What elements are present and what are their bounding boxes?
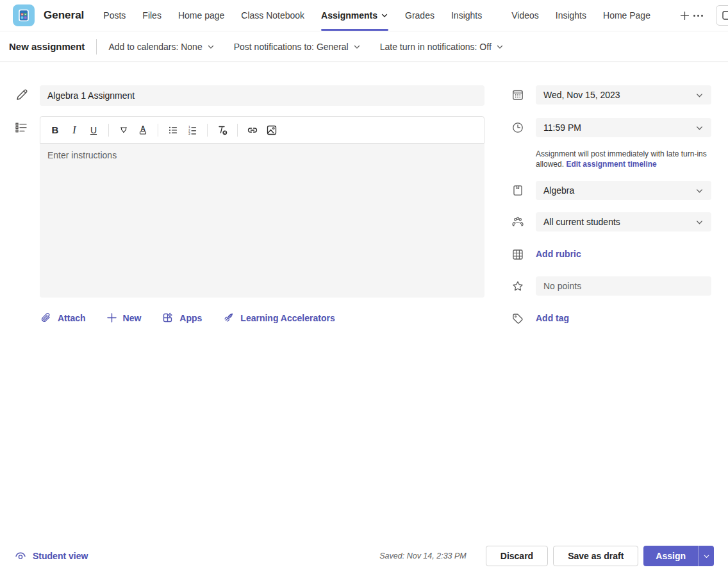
meet-now-button[interactable]	[716, 6, 728, 25]
bulleted-list-button[interactable]	[163, 121, 183, 140]
instructions-editor: B I U A	[40, 116, 484, 298]
saved-status: Saved: Nov 14, 2:33 PM	[379, 551, 467, 560]
edit-timeline-link[interactable]: Edit assignment timeline	[566, 160, 656, 169]
pencil-icon	[15, 88, 29, 102]
chevron-down-icon	[695, 91, 704, 99]
clear-formatting-icon	[216, 124, 229, 137]
learning-accelerators-button[interactable]: Learning Accelerators	[222, 312, 335, 324]
paperclip-icon	[40, 312, 52, 324]
assign-split-button: Assign	[643, 546, 714, 566]
chevron-down-icon	[695, 124, 704, 132]
assign-to-dropdown[interactable]: All current students	[536, 212, 711, 231]
attach-button[interactable]: Attach	[40, 312, 86, 324]
italic-button[interactable]: I	[65, 121, 84, 140]
tab-grades[interactable]: Grades	[405, 0, 434, 31]
assign-button[interactable]: Assign	[643, 546, 698, 566]
post-notifications-dropdown[interactable]: Post notifications to: General	[234, 42, 361, 52]
eye-icon	[14, 550, 27, 562]
bulleted-list-icon	[167, 124, 179, 136]
team-avatar[interactable]	[13, 4, 35, 26]
chevron-down-icon	[695, 187, 704, 195]
grid-icon	[511, 248, 524, 261]
due-date-icon	[511, 88, 524, 101]
numbered-list-button[interactable]: 1 2 3	[183, 121, 202, 140]
instructions-icon	[14, 121, 28, 135]
tab-posts[interactable]: Posts	[103, 0, 126, 31]
svg-text:A: A	[140, 124, 145, 131]
people-icon	[511, 215, 524, 229]
svg-text:3: 3	[188, 131, 190, 135]
divider	[108, 124, 109, 137]
rich-text-toolbar: B I U A	[40, 116, 484, 144]
highlighter-icon	[118, 124, 129, 136]
apps-icon	[161, 312, 174, 324]
tab-insights-2[interactable]: Insights	[556, 0, 586, 31]
insert-image-button[interactable]	[262, 121, 281, 140]
rocket-icon	[222, 312, 235, 324]
tag-icon-wrap	[511, 312, 524, 325]
class-icon	[511, 184, 524, 197]
chevron-down-icon	[496, 43, 504, 51]
assignment-toolbar: New assignment Add to calendars: None Po…	[0, 31, 728, 62]
tab-insights[interactable]: Insights	[451, 0, 482, 31]
divider	[207, 124, 208, 137]
class-dropdown[interactable]: Algebra	[536, 181, 711, 200]
video-camera-icon	[722, 10, 728, 21]
student-view-button[interactable]: Student view	[14, 550, 88, 562]
footer-actions: Saved: Nov 14, 2:33 PM Discard Save as d…	[379, 546, 714, 566]
attachment-actions: Attach New Apps Learning Accelerators	[40, 312, 335, 324]
timeline-note: Assignment will post immediately with la…	[536, 149, 713, 169]
divider	[237, 124, 238, 137]
tab-home-page[interactable]: Home page	[178, 0, 224, 31]
tab-class-notebook[interactable]: Class Notebook	[241, 0, 304, 31]
due-date-dropdown[interactable]: Wed, Nov 15, 2023	[536, 85, 711, 105]
chevron-down-icon	[353, 43, 361, 51]
underline-button[interactable]: U	[84, 121, 103, 140]
tab-home-page-2[interactable]: Home Page	[603, 0, 650, 31]
apps-button[interactable]: Apps	[161, 312, 202, 324]
add-tab-button[interactable]	[680, 0, 690, 31]
plus-icon	[106, 312, 117, 323]
add-to-calendars-dropdown[interactable]: Add to calendars: None	[108, 42, 214, 52]
image-icon	[265, 124, 278, 137]
clock-icon	[511, 121, 524, 134]
clear-formatting-button[interactable]	[213, 121, 232, 140]
calendar-icon	[511, 88, 524, 101]
add-rubric-link[interactable]: Add rubric	[536, 249, 581, 259]
link-icon	[246, 124, 259, 137]
new-assignment-page: General Posts Files Home page Class Note…	[0, 0, 728, 572]
discard-button[interactable]: Discard	[486, 546, 548, 566]
font-color-button[interactable]: A	[133, 121, 153, 140]
new-button[interactable]: New	[106, 312, 142, 323]
save-as-draft-button[interactable]: Save as draft	[553, 546, 638, 566]
due-time-dropdown[interactable]: 11:59 PM	[536, 118, 711, 137]
tab-assignments[interactable]: Assignments	[321, 0, 388, 31]
students-icon	[511, 215, 524, 228]
assignment-title-input[interactable]	[40, 85, 484, 106]
add-tag-link[interactable]: Add tag	[536, 313, 569, 323]
points-input[interactable]	[536, 276, 711, 296]
due-time-icon	[511, 121, 524, 134]
tab-files[interactable]: Files	[142, 0, 161, 31]
calculator-icon	[16, 8, 31, 23]
bold-button[interactable]: B	[46, 121, 65, 140]
insert-link-button[interactable]	[243, 121, 262, 140]
assignment-options: Add to calendars: None Post notification…	[108, 42, 503, 52]
channel-header: General Posts Files Home page Class Note…	[0, 0, 728, 31]
page-title: New assignment	[9, 41, 85, 52]
tab-videos[interactable]: Videos	[511, 0, 539, 31]
points-icon	[511, 280, 524, 292]
assign-options-button[interactable]	[698, 546, 714, 566]
rubric-icon	[511, 248, 524, 261]
divider	[96, 39, 97, 55]
more-options-button[interactable]	[690, 11, 707, 21]
instructions-input[interactable]: Enter instructions	[40, 144, 484, 298]
channel-title: General	[44, 9, 84, 22]
meet-split-button	[716, 5, 728, 26]
highlight-button[interactable]	[114, 121, 133, 140]
chevron-down-icon	[695, 218, 704, 226]
late-turn-in-dropdown[interactable]: Late turn in notifications: Off	[380, 42, 504, 52]
numbered-list-icon: 1 2 3	[186, 124, 198, 136]
channel-tabs: Posts Files Home page Class Notebook Ass…	[103, 0, 690, 31]
footer-bar: Student view Saved: Nov 14, 2:33 PM Disc…	[0, 540, 728, 572]
